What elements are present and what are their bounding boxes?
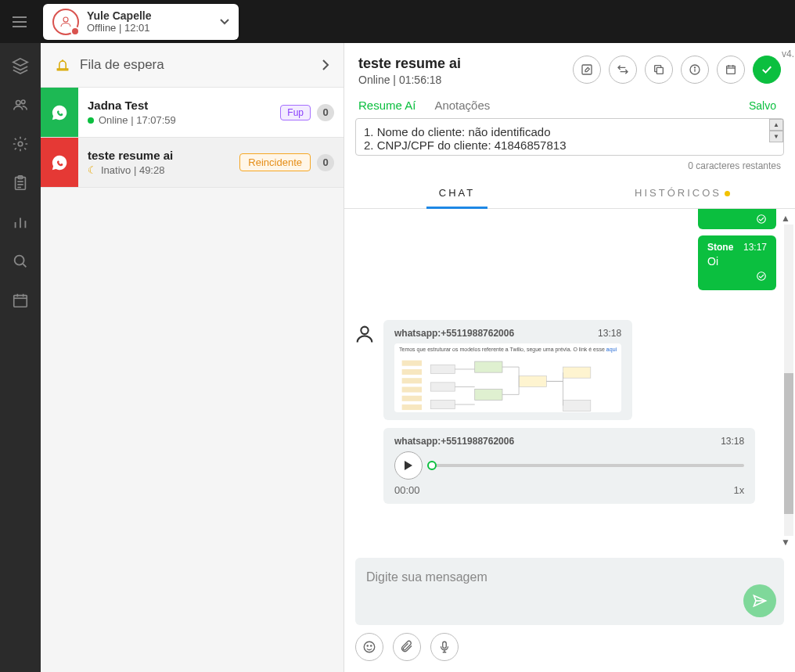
spinner-control[interactable]: ▲ ▼ <box>769 119 783 142</box>
svg-point-47 <box>364 641 375 652</box>
conversation-name: Jadna Test <box>88 99 280 112</box>
audio-progress-knob-icon[interactable] <box>427 461 437 470</box>
messages-scroll-area[interactable]: ▲ ▼ Stone 13:17 <box>344 209 795 552</box>
whatsapp-channel-icon <box>41 88 78 137</box>
bar-chart-icon[interactable] <box>12 214 29 231</box>
svg-rect-39 <box>430 400 455 408</box>
conversation-panel: Fila de espera Jadna Test Online | 17:07… <box>41 43 344 672</box>
unread-count-badge: 0 <box>317 104 334 121</box>
emoji-button[interactable] <box>355 633 383 661</box>
chevron-down-icon[interactable] <box>220 19 229 25</box>
image-attachment[interactable]: Temos que estruturar os modelos referent… <box>394 343 621 412</box>
svg-marker-1 <box>13 59 27 66</box>
tab-history[interactable]: HISTÓRICOS <box>570 178 795 208</box>
chat-title: teste resume ai <box>358 56 573 72</box>
svg-point-2 <box>16 101 21 106</box>
svg-rect-31 <box>402 361 422 366</box>
audio-position: 00:00 <box>394 484 420 496</box>
svg-rect-32 <box>402 369 422 375</box>
message-input-placeholder: Digite sua mensagem <box>366 570 487 584</box>
incoming-message-bubble: whatsapp:+5511988762006 13:18 <box>383 428 755 504</box>
gear-icon[interactable] <box>12 135 29 153</box>
scroll-up-arrow-icon[interactable]: ▲ <box>779 212 792 225</box>
svg-point-48 <box>367 645 368 646</box>
svg-marker-45 <box>405 461 412 470</box>
svg-rect-23 <box>727 66 736 74</box>
conversation-item[interactable]: Jadna Test Online | 17:07:59 Fup 0 <box>41 88 344 138</box>
layers-icon[interactable] <box>12 57 29 74</box>
svg-rect-42 <box>519 376 546 386</box>
icon-sidebar <box>0 43 41 672</box>
tab-chat[interactable]: CHAT <box>344 178 570 208</box>
svg-rect-50 <box>443 641 447 648</box>
user-name: Yule Capelle <box>87 9 220 22</box>
fup-badge: Fup <box>280 105 311 120</box>
hamburger-menu-icon[interactable] <box>8 10 31 34</box>
tab-resume-ai[interactable]: Resume Aí <box>358 99 415 112</box>
summary-textarea[interactable]: 1. Nome do cliente: não identificado 2. … <box>355 118 784 156</box>
users-icon[interactable] <box>12 96 29 113</box>
user-avatar <box>52 9 79 35</box>
reincidente-badge: Reincidente <box>239 153 311 171</box>
queue-header[interactable]: Fila de espera <box>41 43 344 88</box>
conversation-item[interactable]: teste resume ai ☾ Inativo | 49:28 Reinci… <box>41 138 344 188</box>
transfer-button[interactable] <box>609 56 637 84</box>
svg-rect-16 <box>57 69 67 70</box>
chat-panel: teste resume ai Online | 01:56:18 Resume… <box>344 43 795 672</box>
svg-rect-34 <box>402 386 422 392</box>
history-dot-indicator-icon <box>725 191 730 196</box>
summary-line: 1. Nome do cliente: não identificado <box>364 125 775 138</box>
tab-annotations[interactable]: Anotações <box>434 99 490 112</box>
info-button[interactable] <box>681 56 709 84</box>
audio-progress-track[interactable] <box>432 464 744 467</box>
version-label: v4. <box>781 47 795 61</box>
spinner-down-icon[interactable]: ▼ <box>769 131 783 142</box>
spinner-up-icon[interactable]: ▲ <box>769 119 783 131</box>
clipboard-icon[interactable] <box>12 174 29 192</box>
scrollbar-track[interactable] <box>784 225 793 536</box>
calendar-icon[interactable] <box>12 292 29 309</box>
svg-point-27 <box>757 215 766 224</box>
microphone-button[interactable] <box>430 633 459 661</box>
chevron-right-icon <box>322 59 329 71</box>
message-time: 13:18 <box>721 436 744 447</box>
svg-line-11 <box>23 264 26 267</box>
edit-button[interactable] <box>573 56 601 84</box>
conversation-name: teste resume ai <box>88 149 239 162</box>
saved-indicator: Salvo <box>749 99 776 112</box>
conversation-meta: ☾ Inativo | 49:28 <box>88 164 239 176</box>
svg-point-28 <box>757 272 766 281</box>
svg-point-4 <box>18 142 23 146</box>
whatsapp-channel-icon <box>41 138 78 187</box>
svg-rect-36 <box>402 404 422 410</box>
search-icon[interactable] <box>12 253 29 270</box>
confirm-button[interactable] <box>753 56 781 84</box>
send-button[interactable] <box>743 584 776 617</box>
audio-player <box>394 451 744 480</box>
queue-title: Fila de espera <box>80 57 322 73</box>
svg-point-0 <box>63 17 68 22</box>
calendar-button[interactable] <box>717 56 745 84</box>
svg-rect-35 <box>402 396 422 401</box>
message-text: Oi <box>707 255 767 268</box>
user-status-card[interactable]: Yule Capelle Offline | 12:01 <box>43 4 239 40</box>
chat-view-tabs: CHAT HISTÓRICOS <box>344 178 795 209</box>
attachment-button[interactable] <box>393 633 421 661</box>
scrollbar-thumb[interactable] <box>784 373 793 514</box>
incoming-message-bubble: whatsapp:+5511988762006 13:18 Temos que … <box>383 320 632 420</box>
top-bar: Yule Capelle Offline | 12:01 <box>0 0 795 43</box>
contact-avatar-icon <box>354 323 376 345</box>
svg-rect-19 <box>657 67 663 74</box>
svg-rect-43 <box>563 367 591 378</box>
copy-button[interactable] <box>645 56 673 84</box>
diagram-thumbnail-icon <box>398 356 618 412</box>
message-input[interactable]: Digite sua mensagem <box>355 558 784 625</box>
svg-rect-37 <box>430 365 455 373</box>
audio-playback-rate[interactable]: 1x <box>733 484 744 496</box>
play-button[interactable] <box>394 451 423 480</box>
svg-point-49 <box>371 645 372 646</box>
scroll-down-arrow-icon[interactable]: ▼ <box>779 536 792 548</box>
svg-point-3 <box>21 100 25 104</box>
chat-status: Online | 01:56:18 <box>358 74 573 86</box>
conversation-meta: Online | 17:07:59 <box>88 114 280 126</box>
